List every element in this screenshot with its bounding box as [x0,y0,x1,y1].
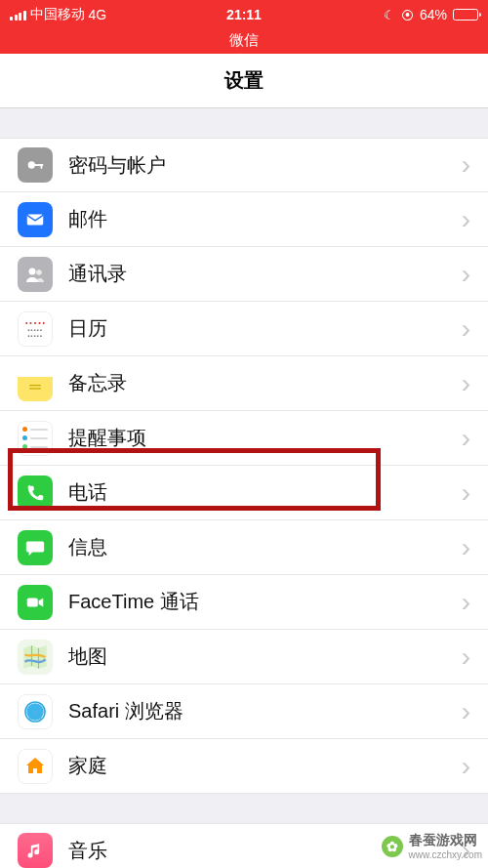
chevron-right-icon: › [462,479,470,507]
svg-point-4 [29,268,36,274]
settings-row-home[interactable]: 家庭› [0,739,488,794]
page-title: 设置 [0,54,488,108]
signal-icon [10,9,26,21]
svg-point-0 [28,161,35,168]
status-bar: 中国移动 4G 21:11 ☾ ⦿ 64% [0,0,488,29]
chevron-right-icon: › [462,643,470,671]
network-label: 4G [89,7,107,22]
row-label: Safari 浏览器 [68,698,462,724]
messages-icon [18,530,53,565]
row-label: 电话 [68,479,462,506]
row-label: 提醒事项 [68,425,462,451]
chevron-right-icon: › [462,753,470,780]
maps-icon [18,640,53,675]
row-label: 备忘录 [68,370,462,396]
settings-row-safari[interactable]: Safari 浏览器› [0,684,488,739]
settings-row-reminders[interactable]: 提醒事项› [0,411,488,466]
row-label: 邮件 [68,206,462,232]
settings-row-passwords[interactable]: 密码与帐户› [0,138,488,192]
row-label: 日历 [68,315,462,342]
settings-row-messages[interactable]: 信息› [0,520,488,575]
watermark-icon: ✿ [382,836,403,857]
watermark: ✿ 春蚕游戏网 www.czchxy.com [382,832,482,860]
row-label: 家庭 [68,753,462,779]
watermark-title: 春蚕游戏网 [409,832,477,847]
chevron-right-icon: › [462,698,470,725]
alarm-icon: ⦿ [401,8,414,22]
row-label: 信息 [68,534,462,560]
watermark-url: www.czchxy.com [409,849,482,860]
dnd-icon: ☾ [384,8,395,22]
svg-rect-3 [27,214,44,225]
status-time: 21:11 [226,7,262,22]
row-label: 密码与帐户 [68,152,462,179]
settings-row-contacts[interactable]: 通讯录› [0,247,488,302]
chevron-right-icon: › [462,370,470,397]
chevron-right-icon: › [462,315,470,343]
chevron-right-icon: › [462,206,470,233]
row-label: FaceTime 通话 [68,589,462,615]
svg-rect-8 [27,598,38,606]
settings-row-notes[interactable]: 备忘录› [0,356,488,411]
notes-icon [18,366,53,401]
row-label: 通讯录 [68,261,462,287]
chevron-right-icon: › [462,151,470,179]
key-icon [18,147,53,183]
battery-percent: 64% [420,7,447,22]
settings-row-calendar[interactable]: • • • • •▪▪▪▪▪▪▪▪▪▪日历› [0,302,488,356]
home-icon [18,749,53,784]
settings-row-phone[interactable]: 电话› [0,466,488,520]
settings-row-maps[interactable]: 地图› [0,630,488,684]
phone-icon [18,475,53,511]
app-subtitle: 微信 [0,29,488,54]
chevron-right-icon: › [462,425,470,452]
settings-row-mail[interactable]: 邮件› [0,192,488,247]
svg-point-5 [36,269,42,275]
settings-list: 密码与帐户›邮件›通讯录›• • • • •▪▪▪▪▪▪▪▪▪▪日历›备忘录›提… [0,108,488,868]
calendar-icon: • • • • •▪▪▪▪▪▪▪▪▪▪ [18,311,53,347]
music-icon [18,833,53,868]
row-label: 地图 [68,643,462,670]
contacts-icon [18,257,53,292]
battery-icon [453,9,478,21]
mail-icon [18,202,53,237]
chevron-right-icon: › [462,261,470,288]
reminders-icon [18,421,53,456]
chevron-right-icon: › [462,589,470,616]
facetime-icon [18,585,53,620]
svg-point-11 [26,703,43,720]
settings-row-facetime[interactable]: FaceTime 通话› [0,575,488,630]
svg-rect-2 [41,164,43,169]
chevron-right-icon: › [462,534,470,561]
carrier-label: 中国移动 [30,6,85,23]
safari-icon [18,694,53,729]
